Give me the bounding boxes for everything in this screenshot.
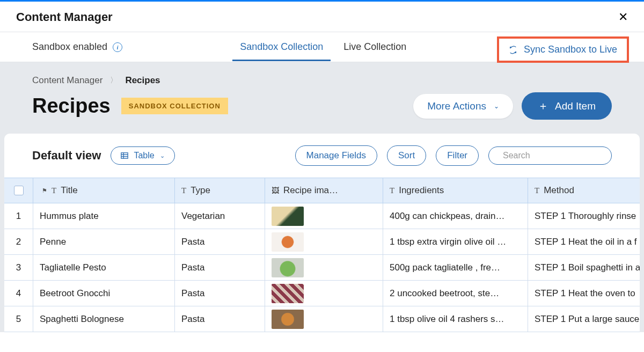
pin-icon: ⚑ — [40, 187, 47, 194]
cell-title[interactable]: Beetroot Gnocchi — [33, 281, 175, 306]
col-ingredients-label: Ingredients — [399, 185, 444, 196]
chevron-right-icon: 〉 — [110, 76, 118, 85]
content-area: Content Manager 〉 Recipes Recipes SANDBO… — [0, 62, 644, 332]
search-field[interactable] — [488, 146, 612, 165]
row-number: 3 — [4, 255, 33, 280]
table-row[interactable]: 1 Hummus plate Vegetarian 400g can chick… — [4, 203, 640, 229]
row-number: 5 — [4, 306, 33, 332]
data-grid: ⚑TTitle TType 🖼Recipe ima… TIngredients … — [4, 178, 640, 332]
table-row[interactable]: 4 Beetroot Gnocchi Pasta 2 uncooked beet… — [4, 281, 640, 306]
more-actions-label: More Actions — [427, 100, 486, 112]
sync-label: Sync Sandbox to Live — [524, 44, 617, 55]
app-title: Content Manager — [16, 10, 113, 24]
add-item-label: Add Item — [555, 100, 596, 112]
table-row[interactable]: 2 Penne Pasta 1 tbsp extra virgin olive … — [4, 229, 640, 255]
cell-method[interactable]: STEP 1 Thoroughly rinse — [528, 203, 640, 229]
table-row[interactable]: 3 Tagliatelle Pesto Pasta 500g pack tagl… — [4, 255, 640, 281]
image-type-icon: 🖼 — [272, 186, 279, 195]
cell-title[interactable]: Tagliatelle Pesto — [33, 255, 175, 280]
select-all-checkbox[interactable] — [14, 186, 24, 195]
cell-type[interactable]: Pasta — [175, 255, 265, 280]
cell-ingredients[interactable]: 500g pack tagliatelle , fre… — [383, 255, 528, 280]
info-icon[interactable]: i — [113, 42, 122, 52]
cell-method[interactable]: STEP 1 Heat the oven to — [528, 281, 640, 306]
recipe-thumbnail — [272, 207, 304, 226]
text-type-icon: T — [390, 186, 394, 195]
cell-method[interactable]: STEP 1 Boil spaghetti in a — [528, 255, 640, 280]
tab-live-collection[interactable]: Live Collection — [341, 33, 408, 61]
row-number: 1 — [4, 203, 33, 229]
col-image[interactable]: 🖼Recipe ima… — [265, 178, 383, 203]
page-header: Recipes SANDBOX COLLECTION More Actions … — [0, 92, 644, 134]
cell-image[interactable] — [265, 229, 383, 254]
cell-title[interactable]: Spaghetti Bolognese — [33, 306, 175, 332]
col-method-label: Method — [544, 185, 574, 196]
cell-title[interactable]: Hummus plate — [33, 203, 175, 229]
sandbox-badge: SANDBOX COLLECTION — [121, 98, 228, 114]
view-selector[interactable]: Table ⌄ — [111, 146, 174, 165]
filter-button[interactable]: Filter — [436, 145, 479, 166]
tab-sandbox-collection[interactable]: Sandbox Collection — [238, 33, 325, 61]
view-selector-label: Table — [134, 151, 154, 160]
close-icon[interactable]: ✕ — [618, 10, 628, 24]
search-input[interactable] — [503, 151, 610, 160]
svg-rect-0 — [121, 153, 128, 159]
sandbox-status: Sandbox enabled i — [32, 41, 122, 53]
cell-method[interactable]: STEP 1 Put a large sauce — [528, 306, 640, 332]
table-icon — [121, 152, 128, 159]
col-method[interactable]: TMethod — [528, 178, 640, 203]
select-all-cell — [4, 178, 33, 203]
add-item-button[interactable]: ＋ Add Item — [522, 92, 612, 120]
recipe-thumbnail — [272, 284, 304, 303]
collection-tabs: Sandbox Collection Live Collection — [238, 33, 408, 61]
breadcrumb: Content Manager 〉 Recipes — [0, 75, 644, 86]
page-title: Recipes — [32, 94, 111, 118]
col-ingredients[interactable]: TIngredients — [383, 178, 528, 203]
breadcrumb-root[interactable]: Content Manager — [32, 75, 103, 86]
text-type-icon: T — [181, 186, 186, 195]
table-row[interactable]: 5 Spaghetti Bolognese Pasta 1 tbsp olive… — [4, 306, 640, 332]
cell-type[interactable]: Pasta — [175, 229, 265, 254]
cell-ingredients[interactable]: 1 tbsp extra virgin olive oil … — [383, 229, 528, 254]
more-actions-button[interactable]: More Actions ⌄ — [413, 94, 513, 119]
col-type[interactable]: TType — [175, 178, 265, 203]
cell-image[interactable] — [265, 306, 383, 332]
cell-type[interactable]: Pasta — [175, 306, 265, 332]
cell-ingredients[interactable]: 400g can chickpeas, drain… — [383, 203, 528, 229]
cell-method[interactable]: STEP 1 Heat the oil in a f — [528, 229, 640, 254]
col-image-label: Recipe ima… — [283, 185, 338, 196]
cell-image[interactable] — [265, 281, 383, 306]
header-bar: Content Manager ✕ — [0, 2, 644, 32]
text-type-icon: T — [52, 186, 56, 195]
plus-icon: ＋ — [538, 99, 548, 113]
recipe-thumbnail — [272, 258, 304, 277]
chevron-down-icon: ⌄ — [160, 152, 165, 159]
cell-type[interactable]: Vegetarian — [175, 203, 265, 229]
row-number: 2 — [4, 229, 33, 254]
cell-title[interactable]: Penne — [33, 229, 175, 254]
recipe-thumbnail — [272, 310, 304, 329]
col-type-label: Type — [191, 185, 210, 196]
grid-header: ⚑TTitle TType 🖼Recipe ima… TIngredients … — [4, 178, 640, 203]
cell-image[interactable] — [265, 203, 383, 229]
col-title[interactable]: ⚑TTitle — [33, 178, 175, 203]
cell-ingredients[interactable]: 1 tbsp olive oil 4 rashers s… — [383, 306, 528, 332]
view-toolbar: Default view Table ⌄ Manage Fields Sort … — [4, 134, 640, 178]
sync-highlight: Sync Sandbox to Live — [497, 36, 629, 63]
col-title-label: Title — [61, 185, 78, 196]
text-type-icon: T — [535, 186, 539, 195]
view-title: Default view — [32, 149, 101, 163]
row-number: 4 — [4, 281, 33, 306]
manage-fields-button[interactable]: Manage Fields — [295, 145, 378, 166]
sandbox-status-label: Sandbox enabled — [32, 41, 107, 53]
sync-icon — [509, 46, 517, 54]
breadcrumb-current: Recipes — [125, 75, 160, 86]
tab-row: Sandbox enabled i Sandbox Collection Liv… — [0, 32, 644, 62]
cell-type[interactable]: Pasta — [175, 281, 265, 306]
recipe-thumbnail — [272, 232, 304, 252]
sort-button[interactable]: Sort — [387, 145, 426, 166]
sync-sandbox-button[interactable]: Sync Sandbox to Live — [503, 41, 623, 58]
cell-ingredients[interactable]: 2 uncooked beetroot, ste… — [383, 281, 528, 306]
chevron-down-icon: ⌄ — [494, 102, 499, 110]
cell-image[interactable] — [265, 255, 383, 280]
